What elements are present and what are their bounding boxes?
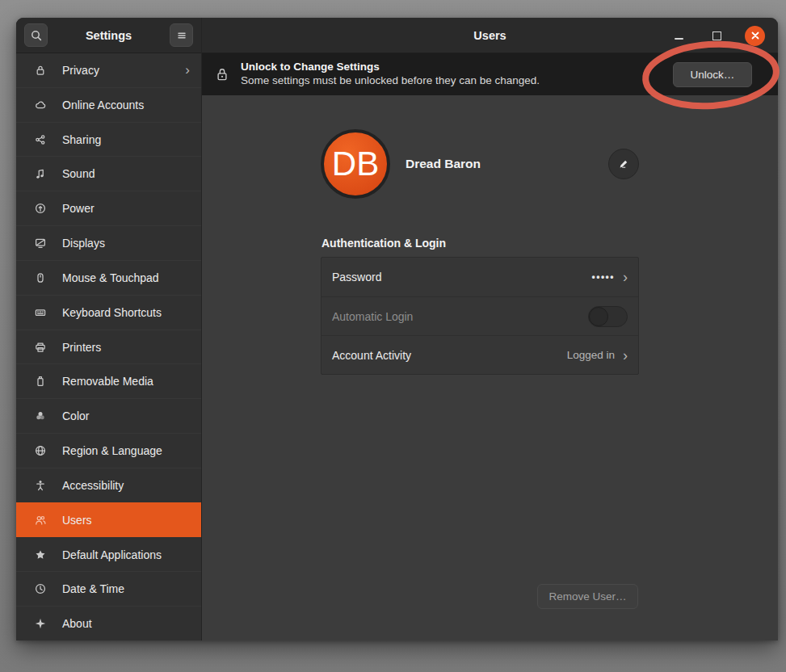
search-button[interactable] — [24, 23, 48, 47]
sidebar-item-online-accounts[interactable]: Online Accounts — [16, 87, 201, 122]
sidebar-item-label: Accessibility — [62, 479, 190, 492]
minimize-icon — [675, 38, 683, 40]
sidebar-item-privacy[interactable]: Privacy › — [16, 53, 201, 87]
account-activity-row[interactable]: Account Activity Logged in › — [322, 335, 638, 374]
sidebar-item-label: Keyboard Shortcuts — [62, 306, 190, 319]
chevron-right-icon: › — [623, 270, 628, 284]
sidebar-item-sound[interactable]: Sound — [16, 156, 201, 191]
sidebar-item-label: Sound — [62, 167, 190, 180]
password-dots: ••••• — [591, 271, 615, 283]
hamburger-icon — [175, 29, 188, 42]
maximize-icon — [712, 32, 721, 40]
auth-listbox: Password ••••• › Automatic Login Account… — [321, 257, 639, 375]
power-gauge-icon — [33, 202, 47, 216]
lock-icon — [33, 63, 47, 77]
auth-section-heading: Authentication & Login — [322, 237, 446, 250]
content-titlebar: Users — [202, 18, 778, 53]
cloud-icon — [33, 98, 47, 111]
star-icon — [33, 548, 47, 561]
sidebar-item-color[interactable]: Color — [16, 398, 201, 433]
sidebar-item-displays[interactable]: Displays — [16, 225, 201, 260]
sidebar-item-date-time[interactable]: Date & Time — [16, 571, 201, 606]
sidebar-item-power[interactable]: Power — [16, 191, 201, 225]
mouse-icon — [33, 271, 47, 284]
close-button[interactable] — [745, 26, 765, 46]
automatic-login-toggle[interactable] — [588, 306, 628, 327]
banner-lock-icon — [215, 66, 229, 82]
automatic-login-row: Automatic Login — [322, 296, 638, 335]
avatar: DB — [321, 129, 390, 199]
settings-title: Settings — [48, 29, 170, 42]
menu-button[interactable] — [170, 23, 193, 47]
user-name: Dread Baron — [406, 157, 481, 171]
page-title: Users — [473, 29, 506, 42]
settings-window: Settings Privacy › Online Accounts — [16, 18, 778, 640]
sidebar-item-region-language[interactable]: Region & Language — [16, 433, 201, 468]
sparkle-icon — [33, 617, 47, 631]
sidebar-item-default-applications[interactable]: Default Applications — [16, 537, 201, 572]
unlock-banner: Unlock to Change Settings Some settings … — [202, 53, 778, 95]
share-icon — [33, 132, 47, 146]
sidebar-item-label: Color — [62, 410, 190, 422]
color-circles-icon — [33, 410, 47, 423]
sidebar-item-label: Displays — [62, 237, 190, 250]
content-pane: Users Unlock to Change Settings Some set… — [202, 18, 778, 640]
display-icon — [33, 237, 47, 250]
banner-text: Unlock to Change Settings Some settings … — [241, 61, 662, 88]
sidebar-list: Privacy › Online Accounts Sharing So — [16, 53, 201, 640]
sidebar-item-label: Sharing — [62, 133, 190, 146]
close-icon — [750, 31, 760, 40]
sidebar: Settings Privacy › Online Accounts — [16, 18, 202, 640]
sidebar-item-mouse-touchpad[interactable]: Mouse & Touchpad — [16, 260, 201, 295]
accessibility-icon — [33, 478, 47, 492]
toggle-knob — [589, 307, 608, 326]
chevron-right-icon: › — [185, 63, 190, 77]
sidebar-item-label: Power — [62, 202, 190, 215]
password-row[interactable]: Password ••••• › — [322, 258, 638, 296]
sidebar-item-label: Mouse & Touchpad — [62, 271, 190, 284]
user-card: DB Dread Baron — [321, 126, 639, 202]
sidebar-item-label: Printers — [62, 341, 190, 354]
password-label: Password — [332, 271, 591, 284]
banner-title: Unlock to Change Settings — [241, 61, 662, 74]
sidebar-item-label: Online Accounts — [62, 99, 190, 111]
account-activity-value: Logged in — [567, 349, 615, 361]
minimize-button[interactable] — [669, 26, 688, 45]
users-panel: DB Dread Baron Authentication & Login Pa… — [202, 95, 778, 640]
sidebar-item-accessibility[interactable]: Accessibility — [16, 468, 201, 502]
keyboard-icon — [33, 305, 47, 319]
edit-name-button[interactable] — [608, 149, 639, 179]
sidebar-item-about[interactable]: About — [16, 606, 201, 640]
flash-drive-icon — [33, 375, 47, 388]
sidebar-item-label: Privacy — [62, 64, 185, 77]
unlock-button[interactable]: Unlock… — [673, 62, 752, 87]
sidebar-item-sharing[interactable]: Sharing — [16, 122, 201, 157]
music-note-icon — [33, 167, 47, 181]
users-icon — [33, 513, 47, 527]
remove-user-button[interactable]: Remove User… — [537, 584, 638, 609]
sidebar-item-removable-media[interactable]: Removable Media — [16, 363, 201, 398]
sidebar-item-label: Users — [62, 514, 190, 527]
clock-icon — [33, 582, 47, 596]
sidebar-item-keyboard-shortcuts[interactable]: Keyboard Shortcuts — [16, 295, 201, 330]
pencil-icon — [617, 158, 630, 170]
account-activity-label: Account Activity — [332, 349, 567, 362]
sidebar-item-printers[interactable]: Printers — [16, 330, 201, 364]
window-controls — [669, 18, 765, 53]
sidebar-item-users[interactable]: Users — [16, 502, 201, 537]
automatic-login-label: Automatic Login — [332, 310, 588, 323]
sidebar-item-label: Region & Language — [62, 444, 190, 457]
sidebar-item-label: Default Applications — [62, 548, 190, 561]
sidebar-item-label: Removable Media — [62, 375, 190, 388]
sidebar-titlebar: Settings — [16, 18, 201, 53]
banner-subtitle: Some settings must be unlocked before th… — [241, 74, 662, 88]
sidebar-item-label: About — [62, 617, 190, 630]
globe-icon — [33, 444, 47, 458]
sidebar-item-label: Date & Time — [62, 582, 190, 595]
maximize-button[interactable] — [707, 26, 726, 45]
chevron-right-icon: › — [623, 348, 628, 363]
printer-icon — [33, 340, 47, 354]
search-icon — [30, 29, 43, 42]
